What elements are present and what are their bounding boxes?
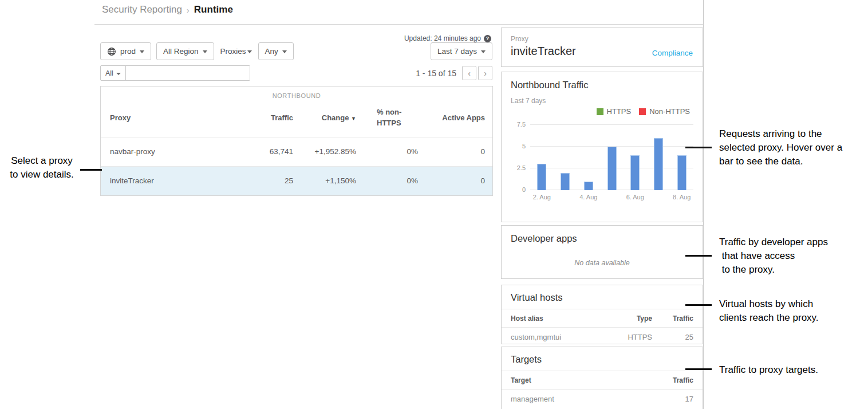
cell-traffic: 25 [652, 333, 693, 341]
legend-item-non-https[interactable]: Non-HTTPS [639, 107, 690, 116]
traffic-bar[interactable] [537, 164, 546, 190]
chevron-down-icon [140, 50, 144, 53]
cell-proxy: inviteTracker [101, 176, 231, 185]
chart-legend: HTTPS Non-HTTPS [511, 107, 693, 116]
breadcrumb-separator-icon: › [187, 5, 190, 15]
next-page-button[interactable]: › [478, 66, 492, 80]
chart-title: Northbound Traffic [511, 80, 693, 91]
traffic-bar[interactable] [607, 147, 617, 190]
traffic-bar[interactable] [630, 155, 640, 190]
updated-text: Updated: 24 minutes ago [404, 34, 481, 42]
virtual-hosts-card: Virtual hosts Host alias Type Traffic cu… [501, 285, 703, 344]
chevron-down-icon [282, 50, 287, 53]
updated-status: Updated: 24 minutes ago ? [404, 34, 491, 42]
col-header-non-https[interactable]: % non-HTTPS [363, 107, 425, 129]
help-icon[interactable]: ? [484, 35, 491, 42]
date-range-dropdown[interactable]: Last 7 days [431, 42, 492, 60]
prev-page-button[interactable]: ‹ [462, 66, 476, 80]
chart-y-axis: 02.557.5 [511, 125, 530, 190]
table-header-row: Proxy Traffic Change ▼ % non-HTTPS Activ… [101, 101, 492, 137]
traffic-bar[interactable] [677, 155, 686, 190]
developer-apps-card: Developer apps No data available [501, 225, 703, 279]
col-header-traffic: Traffic [652, 314, 693, 323]
callout-line [80, 169, 102, 171]
targets-header-row: Target Traffic [502, 371, 703, 389]
environment-label: prod [120, 47, 136, 56]
chart-plot [530, 125, 693, 190]
col-header-traffic[interactable]: Traffic [231, 113, 300, 122]
traffic-bar[interactable] [584, 182, 593, 190]
header-divider [94, 24, 703, 25]
pagination: 1 - 15 of 15 ‹ › [416, 66, 492, 80]
table-row[interactable]: navbar-proxy 63,741 +1,952.85% 0% 0 [101, 137, 492, 166]
col-header-change[interactable]: Change ▼ [300, 113, 363, 122]
cell-change: +1,952.85% [300, 147, 363, 156]
chevron-down-icon [247, 50, 252, 53]
environment-dropdown[interactable]: prod [100, 42, 151, 60]
cell-traffic: 25 [231, 176, 300, 185]
compliance-link[interactable]: Compliance [652, 49, 693, 57]
proxy-search: All [100, 65, 250, 81]
cell-non-https: 0% [363, 147, 425, 156]
traffic-bar[interactable] [561, 173, 570, 190]
annotation-developer-apps: Traffic by developer apps that have acce… [719, 235, 828, 277]
targets-title: Targets [502, 354, 703, 365]
annotation-virtual-hosts: Virtual hosts by which clients reach the… [719, 297, 819, 325]
https-swatch-icon [597, 108, 603, 115]
proxies-table: NORTHBOUND Proxy Traffic Change ▼ % non-… [100, 86, 493, 196]
search-input[interactable] [126, 66, 250, 80]
cell-type: HTTPS [606, 333, 652, 341]
legend-item-https[interactable]: HTTPS [597, 107, 632, 116]
targets-card: Targets Target Traffic management 17 [501, 347, 703, 409]
figure-border [703, 0, 704, 409]
cell-active-apps: 0 [425, 147, 492, 156]
col-header-active-apps[interactable]: Active Apps [425, 113, 492, 122]
any-dropdown[interactable]: Any [258, 42, 294, 60]
chevron-down-icon [481, 50, 486, 53]
chart-x-axis: 2. Aug4. Aug6. Aug8. Aug [530, 194, 693, 200]
northbound-traffic-card: Northbound Traffic Last 7 days HTTPS Non… [501, 72, 703, 222]
callout-line [685, 255, 712, 257]
breadcrumb: Security Reporting › Runtime [102, 4, 233, 15]
y-tick-label: 7.5 [517, 121, 526, 128]
cell-traffic: 17 [652, 395, 693, 403]
annotation-requests: Requests arriving to the selected proxy.… [719, 127, 842, 168]
y-tick-label: 0 [522, 186, 526, 193]
table-group-header: NORTHBOUND [101, 86, 492, 101]
y-tick-label: 2.5 [517, 164, 526, 171]
col-header-proxy[interactable]: Proxy [101, 113, 231, 122]
annotation-select-proxy: Select a proxy to view details. [0, 154, 84, 182]
page-title: Runtime [194, 4, 233, 15]
proxies-dropdown[interactable]: Proxies [220, 47, 252, 56]
traffic-bar-chart: 02.557.5 [511, 125, 693, 190]
cell-active-apps: 0 [425, 176, 492, 185]
region-dropdown[interactable]: All Region [156, 42, 214, 60]
col-header-target: Target [511, 376, 652, 384]
y-tick-label: 5 [522, 143, 526, 150]
search-scope-label: All [105, 69, 113, 77]
no-data-text: No data available [511, 259, 693, 267]
cell-host-alias: custom,mgmtui [511, 333, 606, 341]
virtual-host-row[interactable]: custom,mgmtui HTTPS 25 [502, 327, 703, 346]
traffic-bar[interactable] [654, 138, 663, 190]
annotation-targets: Traffic to proxy targets. [719, 363, 818, 377]
table-row[interactable]: inviteTracker 25 +1,150% 0% 0 [101, 166, 492, 195]
proxy-header-card: Proxy inviteTracker Compliance [501, 27, 703, 67]
search-scope-dropdown[interactable]: All [101, 66, 126, 80]
region-label: All Region [163, 47, 199, 56]
x-tick-label: 2. Aug [530, 194, 554, 200]
chevron-down-icon [116, 73, 121, 75]
sort-desc-icon: ▼ [351, 116, 356, 121]
col-header-type: Type [606, 314, 652, 323]
x-tick-label: 6. Aug [624, 194, 647, 200]
x-tick-label: 8. Aug [670, 194, 693, 200]
col-header-host-alias: Host alias [511, 314, 606, 323]
col-header-traffic: Traffic [652, 376, 693, 384]
non-https-swatch-icon [639, 108, 646, 115]
pagination-range: 1 - 15 of 15 [416, 69, 456, 78]
breadcrumb-parent[interactable]: Security Reporting [102, 4, 182, 15]
target-row[interactable]: management 17 [502, 389, 703, 408]
cell-target: management [511, 395, 652, 403]
chart-subtitle: Last 7 days [511, 97, 693, 105]
x-tick-label [554, 194, 577, 200]
